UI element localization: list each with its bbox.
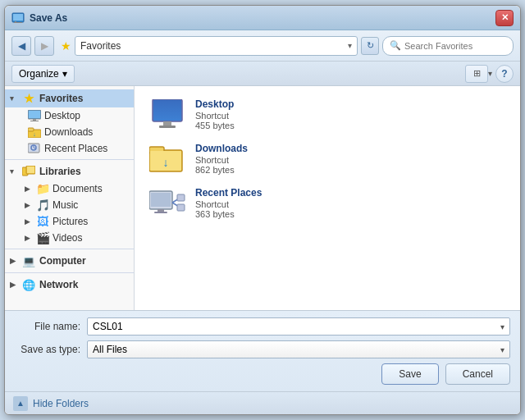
file-size-downloads: 862 bytes (195, 165, 507, 175)
sidebar-item-pictures[interactable]: ▶ 🖼 Pictures (5, 213, 134, 230)
sidebar-item-libraries[interactable]: ▾ Libraries (5, 162, 134, 180)
file-info-desktop: Desktop Shortcut 455 bytes (195, 98, 507, 130)
sidebar-downloads-label: Downloads (44, 126, 93, 138)
savetype-row: Save as type: All Files ▾ (15, 340, 510, 358)
filename-label: File name: (15, 321, 80, 332)
svg-text:↓: ↓ (163, 156, 169, 169)
network-group: ▶ 🌐 Network (5, 276, 134, 294)
sidebar-item-computer[interactable]: ▶ 💻 Computer (5, 252, 134, 270)
file-name-downloads: Downloads (195, 143, 507, 154)
sidebar-separator3 (5, 272, 134, 273)
svg-rect-33 (177, 194, 185, 201)
location-dropdown-arrow: ▾ (348, 41, 352, 50)
file-list: Desktop Shortcut 455 bytes ↓ Downloads (135, 86, 520, 310)
sidebar-item-recent-places[interactable]: Recent Places (5, 140, 134, 157)
sidebar-pictures-label: Pictures (52, 216, 88, 227)
libraries-label: Libraries (39, 166, 81, 177)
music-icon: 🎵 (36, 199, 49, 212)
sidebar: ▾ ★ Favorites Desktop (5, 86, 135, 310)
sidebar-item-favorites[interactable]: ▾ ★ Favorites (5, 89, 134, 107)
computer-icon: 💻 (21, 254, 36, 267)
sidebar-item-network[interactable]: ▶ 🌐 Network (5, 276, 134, 294)
file-item-desktop[interactable]: Desktop Shortcut 455 bytes (141, 93, 514, 135)
sidebar-item-music[interactable]: ▶ 🎵 Music (5, 197, 134, 213)
filename-value: CSL01 (93, 321, 500, 332)
help-button[interactable]: ? (495, 65, 514, 83)
file-icon-downloads: ↓ (148, 142, 187, 175)
hide-folders-bar[interactable]: ▲ Hide Folders (5, 391, 520, 414)
savetype-select[interactable]: All Files ▾ (87, 340, 510, 358)
location-text: Favorites (80, 40, 348, 52)
favorites-toggle: ▾ (10, 94, 20, 103)
svg-rect-3 (14, 22, 22, 23)
filename-dropdown-arrow: ▾ (500, 322, 504, 331)
sidebar-separator (5, 159, 134, 160)
cancel-button[interactable]: Cancel (445, 363, 510, 385)
title-bar: Save As ✕ (5, 6, 520, 30)
computer-toggle: ▶ (10, 257, 20, 265)
sidebar-videos-label: Videos (52, 232, 82, 244)
search-input[interactable] (404, 41, 518, 51)
organize-toolbar: Organize ▾ ⊞ ▾ ? (5, 62, 520, 86)
recent-places-icon (28, 142, 41, 155)
file-name-desktop: Desktop (195, 98, 507, 110)
filename-input[interactable]: CSL01 ▾ (87, 317, 510, 336)
sidebar-music-label: Music (52, 199, 78, 211)
organize-button[interactable]: Organize ▾ (11, 65, 75, 83)
file-info-recent-places: Recent Places Shortcut 363 bytes (195, 187, 507, 219)
location-bar[interactable]: Favorites ▾ (75, 36, 358, 56)
svg-rect-30 (154, 212, 167, 213)
search-bar: 🔍 (382, 36, 514, 56)
videos-toggle: ▶ (25, 234, 34, 242)
save-as-dialog: Save As ✕ ◀ ▶ ★ Favorites ▾ ↻ 🔍 Organize… (4, 5, 521, 415)
forward-button[interactable]: ▶ (34, 36, 54, 56)
sidebar-item-documents[interactable]: ▶ 📁 Documents (5, 180, 134, 197)
back-button[interactable]: ◀ (11, 36, 31, 56)
svg-rect-7 (30, 121, 39, 121)
computer-group: ▶ 💻 Computer (5, 252, 134, 270)
svg-rect-6 (33, 119, 36, 121)
organize-label: Organize (19, 68, 59, 80)
sidebar-recent-places-label: Recent Places (44, 143, 107, 154)
svg-rect-20 (153, 100, 181, 121)
favorites-star-icon: ★ (61, 39, 71, 52)
file-icon-recent-places (148, 186, 187, 219)
svg-rect-1 (13, 14, 23, 21)
file-icon-desktop (148, 98, 187, 130)
dialog-title: Save As (30, 12, 495, 24)
close-button[interactable]: ✕ (495, 10, 514, 26)
sidebar-separator2 (5, 249, 134, 249)
sidebar-item-desktop[interactable]: Desktop (5, 107, 134, 124)
hide-folders-label: Hide Folders (33, 398, 89, 409)
svg-rect-17 (27, 167, 34, 173)
view-button[interactable]: ⊞ (465, 65, 488, 83)
favorites-label: Favorites (39, 93, 83, 104)
dialog-icon (11, 11, 25, 25)
svg-text:↓: ↓ (33, 131, 36, 137)
sidebar-item-videos[interactable]: ▶ 🎬 Videos (5, 230, 134, 246)
sidebar-item-downloads[interactable]: ↓ Downloads (5, 124, 134, 140)
file-type-downloads: Shortcut (195, 155, 507, 165)
documents-icon: 📁 (36, 182, 49, 195)
pictures-icon: 🖼 (36, 215, 49, 228)
file-type-desktop: Shortcut (195, 111, 507, 121)
file-item-downloads[interactable]: ↓ Downloads Shortcut 862 bytes (141, 137, 514, 180)
svg-rect-22 (159, 126, 176, 128)
buttons-row: Save Cancel (15, 363, 510, 385)
computer-label: Computer (39, 255, 86, 267)
libraries-icon (21, 165, 36, 178)
svg-rect-21 (163, 121, 171, 126)
organize-arrow: ▾ (62, 68, 67, 80)
music-toggle: ▶ (25, 201, 34, 209)
refresh-button[interactable]: ↻ (361, 37, 379, 55)
favorites-group: ▾ ★ Favorites Desktop (5, 89, 134, 157)
save-button[interactable]: Save (381, 363, 438, 385)
navigation-toolbar: ◀ ▶ ★ Favorites ▾ ↻ 🔍 (5, 30, 520, 62)
file-item-recent-places[interactable]: Recent Places Shortcut 363 bytes (141, 181, 514, 224)
savetype-value: All Files (93, 344, 127, 355)
view-dropdown-arrow: ▾ (488, 69, 492, 78)
bottom-form-area: File name: CSL01 ▾ Save as type: All Fil… (5, 310, 520, 391)
libraries-toggle: ▾ (10, 167, 20, 176)
desktop-icon (28, 109, 41, 122)
videos-icon: 🎬 (36, 231, 49, 244)
